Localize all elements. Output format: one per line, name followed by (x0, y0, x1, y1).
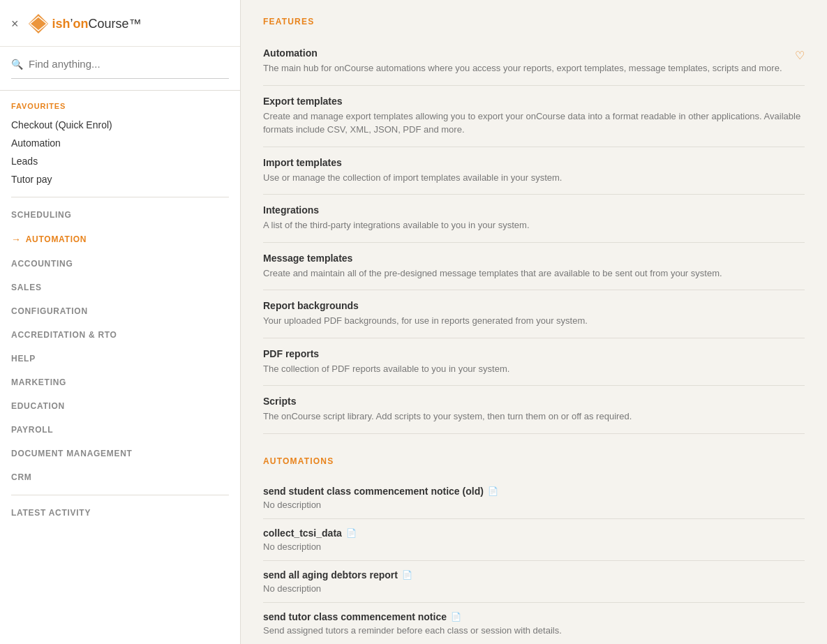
automation-collect-tcsi: collect_tcsi_data 📄 No description (263, 519, 805, 561)
automation-send-student-class: send student class commencement notice (… (263, 477, 805, 519)
close-button[interactable]: × (11, 17, 19, 30)
feature-export-templates-title[interactable]: Export templates (263, 96, 805, 107)
sidebar-item-leads[interactable]: Leads (11, 152, 229, 170)
sidebar-item-crm[interactable]: CRM (0, 465, 240, 489)
search-icon: 🔍 (11, 59, 23, 70)
feature-import-templates-desc: Use or manage the collection of import t… (263, 171, 805, 185)
sidebar-item-scheduling[interactable]: SCHEDULING (0, 203, 240, 227)
feature-integrations-desc: A list of the third-party integrations a… (263, 218, 805, 232)
automation-send-student-class-desc: No description (263, 500, 805, 510)
features-header: FEATURES (263, 17, 805, 27)
feature-integrations: Integrations A list of the third-party i… (263, 195, 805, 243)
sidebar-item-accounting[interactable]: ACCOUNTING (0, 252, 240, 276)
automation-send-aging-debtors-title[interactable]: send all aging debtors report 📄 (263, 569, 805, 581)
feature-export-templates: Export templates Create and manage expor… (263, 86, 805, 147)
favourites-section: FAVOURITES Checkout (Quick Enrol) Automa… (0, 91, 240, 191)
sidebar-header: × ish’onCourse™ (0, 0, 240, 47)
sidebar-item-accreditation[interactable]: ACCREDITATION & RTO (0, 323, 240, 347)
doc-icon-3: 📄 (402, 570, 412, 580)
feature-pdf-reports-desc: The collection of PDF reports available … (263, 362, 805, 376)
feature-automation-title[interactable]: Automation (263, 47, 787, 59)
sidebar-item-help[interactable]: HELP (0, 347, 240, 370)
feature-integrations-title[interactable]: Integrations (263, 204, 805, 216)
sidebar-item-automation[interactable]: → AUTOMATION (0, 227, 240, 252)
automations-header: AUTOMATIONS (263, 456, 805, 466)
automation-send-tutor-class-title[interactable]: send tutor class commencement notice 📄 (263, 611, 805, 622)
sidebar-item-checkout[interactable]: Checkout (Quick Enrol) (11, 116, 229, 134)
feature-export-templates-desc: Create and manage export templates allow… (263, 110, 805, 137)
logo-icon (27, 13, 50, 35)
automation-send-aging-debtors: send all aging debtors report 📄 No descr… (263, 561, 805, 603)
feature-import-templates-title[interactable]: Import templates (263, 157, 805, 168)
feature-report-backgrounds-desc: Your uploaded PDF backgrounds, for use i… (263, 314, 805, 328)
feature-automation-desc: The main hub for onCourse automations wh… (263, 61, 787, 75)
divider-2 (11, 495, 229, 495)
sidebar-item-automation-fav[interactable]: Automation (11, 134, 229, 152)
favourites-label: FAVOURITES (11, 102, 229, 110)
automations-section: AUTOMATIONS send student class commencem… (263, 456, 805, 645)
search-divider (11, 78, 229, 79)
feature-message-templates-desc: Create and maintain all of the pre-desig… (263, 267, 805, 280)
favourite-automation-icon[interactable]: ♡ (795, 49, 805, 62)
automation-send-student-class-title[interactable]: send student class commencement notice (… (263, 486, 805, 497)
arrow-icon: → (11, 234, 22, 245)
automation-send-aging-debtors-desc: No description (263, 583, 805, 594)
logo: ish’onCourse™ (27, 13, 142, 35)
sidebar-item-latest-activity[interactable]: LATEST ACTIVITY (0, 501, 240, 525)
feature-import-templates: Import templates Use or manage the colle… (263, 147, 805, 195)
feature-message-templates: Message templates Create and maintain al… (263, 243, 805, 291)
divider-1 (11, 197, 229, 197)
feature-message-templates-title[interactable]: Message templates (263, 253, 805, 264)
feature-pdf-reports-title[interactable]: PDF reports (263, 348, 805, 359)
search-area: 🔍 (0, 47, 240, 91)
doc-icon-4: 📄 (451, 612, 461, 622)
automation-collect-tcsi-desc: No description (263, 541, 805, 552)
sidebar-item-sales[interactable]: SALES (0, 276, 240, 299)
main-content: FEATURES Automation The main hub for onC… (241, 0, 827, 644)
sidebar-item-education[interactable]: EDUCATION (0, 394, 240, 418)
sidebar-item-tutor-pay[interactable]: Tutor pay (11, 170, 229, 188)
logo-text: ish’onCourse™ (52, 17, 142, 31)
feature-automation: Automation The main hub for onCourse aut… (263, 38, 805, 86)
feature-scripts: Scripts The onCourse script library. Add… (263, 386, 805, 434)
sidebar-item-payroll[interactable]: PAYROLL (0, 418, 240, 442)
feature-report-backgrounds: Report backgrounds Your uploaded PDF bac… (263, 290, 805, 338)
automation-send-tutor-class-desc: Send assigned tutors a reminder before e… (263, 625, 805, 636)
feature-pdf-reports: PDF reports The collection of PDF report… (263, 338, 805, 387)
sidebar: × ish’onCourse™ 🔍 FAVOURITES Checkout (Q… (0, 0, 241, 644)
search-input[interactable] (29, 58, 229, 70)
feature-scripts-desc: The onCourse script library. Add scripts… (263, 410, 805, 424)
doc-icon: 📄 (488, 486, 498, 496)
feature-scripts-title[interactable]: Scripts (263, 396, 805, 407)
sidebar-item-marketing[interactable]: MARKETING (0, 370, 240, 394)
automation-send-tutor-class: send tutor class commencement notice 📄 S… (263, 603, 805, 645)
feature-report-backgrounds-title[interactable]: Report backgrounds (263, 300, 805, 311)
doc-icon-2: 📄 (346, 528, 357, 538)
sidebar-item-configuration[interactable]: CONFIGURATION (0, 299, 240, 323)
automation-collect-tcsi-title[interactable]: collect_tcsi_data 📄 (263, 527, 805, 539)
sidebar-item-document-management[interactable]: DOCUMENT MANAGEMENT (0, 442, 240, 465)
